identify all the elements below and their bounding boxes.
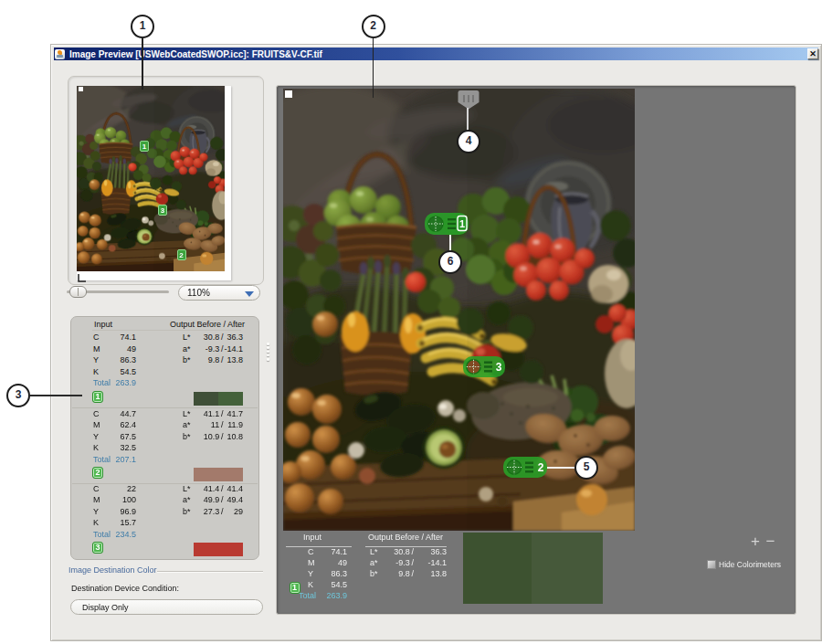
svg-text:2: 2	[538, 461, 544, 474]
svg-text:1: 1	[459, 218, 465, 229]
svg-text:3: 3	[496, 361, 502, 374]
